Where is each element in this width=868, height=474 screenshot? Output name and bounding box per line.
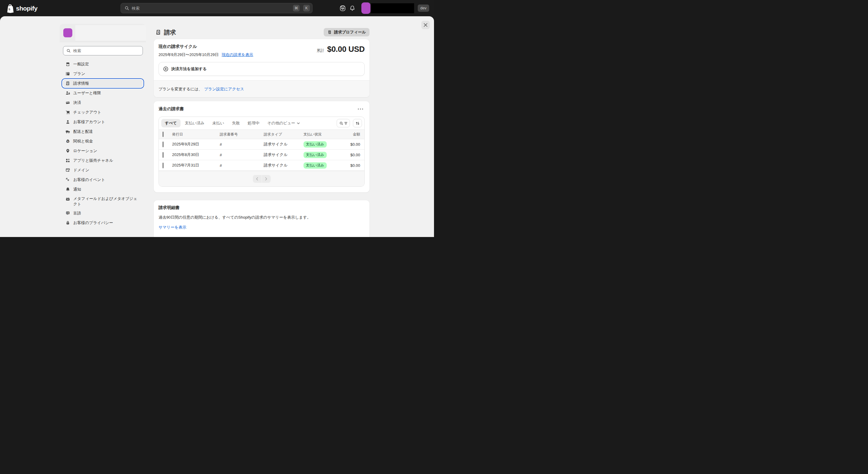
sort-arrows-icon <box>355 121 360 125</box>
svg-text:%: % <box>67 140 69 142</box>
invoice-amount: $0.00 <box>329 142 364 147</box>
sidebar-item-shipping[interactable]: 配送と配達 <box>62 127 144 136</box>
invoice-number-redacted <box>222 151 249 159</box>
sidebar-item-notifications[interactable]: 通知 <box>62 185 144 194</box>
plus-circle-icon <box>163 66 168 72</box>
cursor-sparks-icon <box>65 177 70 182</box>
page-header: $ 請求 請求プロフィール <box>154 28 370 37</box>
notifications-bell-icon[interactable] <box>347 3 357 13</box>
invoice-date: 2025年8月30日 <box>172 152 220 158</box>
sidebar-item-payments[interactable]: 決済 <box>62 98 144 107</box>
search-icon <box>339 121 343 125</box>
table-row[interactable]: 2025年7月31日 # 請求サイクル 支払い済み $0.00 <box>159 160 364 171</box>
page-title: 請求 <box>164 28 176 36</box>
select-all-checkbox[interactable] <box>162 132 164 137</box>
search-icon <box>124 6 129 10</box>
status-badge: 支払い済み <box>304 162 327 169</box>
close-icon <box>424 23 428 27</box>
view-summary-link[interactable]: サマリーを表示 <box>158 225 186 230</box>
invoice-number-redacted <box>222 141 249 148</box>
shopify-wordmark: shopify <box>16 5 37 12</box>
pagination <box>159 171 364 187</box>
truck-icon <box>65 129 70 134</box>
sidebar-item-billing[interactable]: $ 請求情報 <box>62 79 144 88</box>
column-header: 支払い状況 <box>304 132 329 137</box>
total-label: 累計 <box>317 48 324 53</box>
column-header: 金額 <box>329 132 364 137</box>
invoice-number: # <box>220 153 222 157</box>
row-checkbox[interactable] <box>162 152 164 158</box>
cmd-key-badge: ⌘ <box>293 5 300 11</box>
view-current-charges-link[interactable]: 現在の請求を表示 <box>221 52 253 58</box>
sidebar-item-locations[interactable]: ロケーション <box>62 146 144 156</box>
row-checkbox[interactable] <box>162 163 164 168</box>
plan-icon <box>65 71 70 76</box>
sidebar-item-customer-events[interactable]: お客様のイベント <box>62 175 144 184</box>
invoice-number-redacted <box>222 162 249 169</box>
global-search-input[interactable] <box>132 6 290 10</box>
previous-page-button[interactable] <box>253 175 261 183</box>
sidekick-icon[interactable] <box>338 3 347 13</box>
sidebar-item-label: 通知 <box>73 187 81 192</box>
shopify-logo[interactable]: S shopify <box>6 4 37 13</box>
bell-icon <box>65 187 70 192</box>
sidebar-item-domains[interactable]: ドメイン <box>62 166 144 175</box>
sidebar-item-label: メタフィールドおよびメタオブジェクト <box>73 196 141 207</box>
sidebar-item-apps-channels[interactable]: アプリと販売チャネル <box>62 156 144 165</box>
sidebar-item-languages[interactable]: A文 言語 <box>62 209 144 218</box>
sidebar-item-label: アプリと販売チャネル <box>73 158 113 163</box>
cycle-date-range: 2025年9月29日〜2025年10月29日 <box>158 52 218 58</box>
billing-profile-button[interactable]: 請求プロフィール <box>324 28 370 36</box>
topbar-actions: dev <box>338 0 429 16</box>
cart-icon <box>65 110 70 115</box>
tab-unpaid[interactable]: 未払い <box>209 119 228 127</box>
total-amount: $0.00 USD <box>327 44 365 54</box>
tab-all[interactable]: すべて <box>161 119 181 127</box>
sidebar-item-checkout[interactable]: チェックアウト <box>62 108 144 117</box>
column-header: 請求タイプ <box>264 132 304 137</box>
table-row[interactable]: 2025年9月29日 # 請求サイクル 支払い済み $0.00 <box>159 139 364 150</box>
close-button[interactable] <box>421 21 430 29</box>
row-checkbox[interactable] <box>162 141 164 147</box>
sidebar-item-label: お客様のプライバシー <box>73 220 113 226</box>
tab-failed[interactable]: 失敗 <box>228 119 244 127</box>
store-avatar[interactable] <box>361 2 370 14</box>
statements-title: 請求明細書 <box>158 205 365 210</box>
card-menu-button[interactable] <box>356 106 365 112</box>
sort-button[interactable] <box>353 119 362 127</box>
sidebar-item-taxes[interactable]: % 関税と税金 <box>62 137 144 146</box>
global-search[interactable]: ⌘ K <box>121 3 313 13</box>
plan-settings-link[interactable]: プラン設定にアクセス <box>204 87 244 92</box>
sidebar-item-customer-privacy[interactable]: お客様のプライバシー <box>62 218 144 227</box>
sidebar-item-plan[interactable]: プラン <box>62 69 144 78</box>
sidebar-item-label: プラン <box>73 71 85 76</box>
metaobjects-icon <box>65 197 70 202</box>
tab-processing[interactable]: 処理中 <box>244 119 263 127</box>
add-payment-method-button[interactable]: 決済方法を追加する <box>158 62 365 76</box>
status-badge: 支払い済み <box>304 152 327 158</box>
invoice-date: 2025年7月31日 <box>172 163 220 168</box>
tab-more-views[interactable]: その他のビュー <box>264 119 304 127</box>
invoice-amount: $0.00 <box>329 153 364 157</box>
invoices-table: すべて 支払い済み 未払い 失敗 処理中 その他のビュー <box>158 116 365 187</box>
sidebar-item-label: 関税と税金 <box>73 138 93 144</box>
sidebar-divider <box>60 42 146 42</box>
k-key-badge: K <box>303 5 310 11</box>
sidebar-store-avatar <box>63 28 72 37</box>
sidebar-search-input[interactable] <box>73 48 140 53</box>
sidebar-item-customer-accounts[interactable]: お客様アカウント <box>62 117 144 127</box>
sidebar-item-users[interactable]: ユーザーと権限 <box>62 89 144 98</box>
search-filter-button[interactable] <box>337 119 350 127</box>
store-name-redacted <box>371 3 414 13</box>
invoice-type: 請求サイクル <box>264 152 304 158</box>
svg-text:S: S <box>8 8 10 11</box>
table-row[interactable]: 2025年8月30日 # 請求サイクル 支払い済み $0.00 <box>159 150 364 160</box>
next-page-button[interactable] <box>262 175 271 183</box>
sidebar-search[interactable] <box>63 46 143 56</box>
invoice-amount: $0.00 <box>329 163 364 168</box>
invoice-date: 2025年9月29日 <box>172 141 220 147</box>
svg-text:$: $ <box>67 82 68 84</box>
tab-paid[interactable]: 支払い済み <box>181 119 208 127</box>
sidebar-item-general[interactable]: 一般設定 <box>62 60 144 69</box>
sidebar-item-metafields[interactable]: メタフィールドおよびメタオブジェクト <box>62 195 144 208</box>
